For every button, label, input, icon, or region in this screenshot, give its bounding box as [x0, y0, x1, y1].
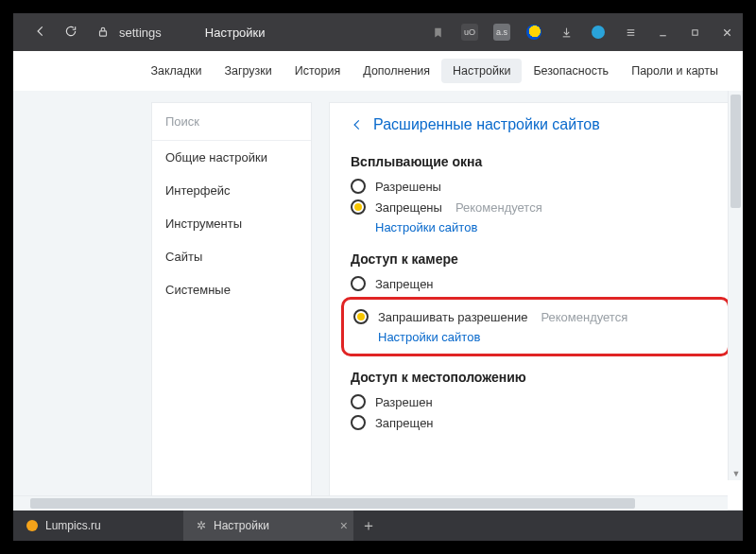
reload-button[interactable]	[64, 25, 77, 41]
radio-icon	[351, 276, 366, 291]
ext-gray-icon[interactable]: a.s	[486, 13, 518, 51]
tab-passwords[interactable]: Пароли и карты	[620, 59, 730, 83]
ext-ublock-icon[interactable]: uO	[454, 13, 486, 51]
search-input[interactable]: Поиск	[152, 103, 311, 141]
location-title: Доступ к местоположению	[351, 370, 721, 385]
recommended-label: Рекомендуется	[541, 310, 627, 324]
sidebar-item-tools[interactable]: Инструменты	[152, 207, 311, 240]
camera-ask[interactable]: Запрашивать разрешение Рекомендуется	[353, 309, 718, 324]
scroll-down-icon[interactable]: ▼	[729, 467, 743, 480]
browser-tab-strip: Lumpics.ru ✲ Настройки × ＋	[13, 511, 743, 541]
ext-blue-icon[interactable]	[582, 13, 614, 51]
popups-deny-label: Запрещены	[375, 200, 442, 215]
svg-rect-0	[100, 31, 107, 36]
page-title: Настройки	[205, 26, 266, 40]
tab-label: Настройки	[214, 519, 269, 532]
main-panel: Расширенные настройки сайтов Всплывающие…	[329, 102, 743, 511]
popups-site-settings-link[interactable]: Настройки сайтов	[375, 220, 721, 234]
camera-title: Доступ к камере	[351, 251, 721, 267]
camera-deny-label: Запрещен	[375, 277, 434, 291]
radio-selected-icon	[351, 199, 366, 215]
radio-selected-icon	[353, 309, 369, 324]
downloads-icon[interactable]	[550, 13, 582, 51]
popups-allow-label: Разрешены	[375, 180, 441, 194]
radio-icon	[351, 415, 366, 430]
camera-site-settings-link[interactable]: Настройки сайтов	[378, 330, 718, 344]
camera-deny[interactable]: Запрещен	[351, 276, 721, 291]
highlight-box: Запрашивать разрешение Рекомендуется Нас…	[341, 297, 730, 356]
horizontal-scrollbar[interactable]	[13, 495, 728, 511]
recommended-label: Рекомендуется	[455, 200, 542, 215]
tab-bookmarks[interactable]: Закладки	[139, 59, 213, 83]
tab-settings[interactable]: Настройки	[441, 59, 522, 83]
tab-addons[interactable]: Дополнения	[352, 59, 441, 83]
bookmark-icon[interactable]	[421, 13, 454, 51]
vertical-scrollbar[interactable]: ▼	[728, 91, 743, 480]
address-bar[interactable]: settings	[96, 26, 162, 40]
gear-icon: ✲	[197, 519, 206, 532]
settings-sidebar: Поиск Общие настройки Интерфейс Инструме…	[151, 102, 312, 511]
browser-tab-lumpics[interactable]: Lumpics.ru	[13, 511, 183, 541]
ext-yellow-icon[interactable]	[518, 13, 550, 51]
popups-deny[interactable]: Запрещены Рекомендуется	[351, 199, 721, 215]
radio-icon	[351, 394, 366, 409]
favicon-icon	[26, 520, 38, 531]
location-allow-label: Разрешен	[375, 395, 433, 409]
popups-allow[interactable]: Разрешены	[351, 179, 721, 194]
location-deny[interactable]: Запрещен	[351, 415, 721, 430]
popups-title: Всплывающие окна	[351, 154, 721, 169]
tab-label: Lumpics.ru	[45, 519, 101, 532]
breadcrumb-title: Расширенные настройки сайтов	[373, 116, 600, 133]
tab-close-icon[interactable]: ×	[340, 518, 348, 533]
maximize-button[interactable]	[679, 13, 711, 51]
settings-tabs: Закладки Загрузки История Дополнения Нас…	[13, 51, 743, 91]
location-allow[interactable]: Разрешен	[351, 394, 721, 409]
new-tab-button[interactable]: ＋	[353, 511, 384, 541]
tab-downloads[interactable]: Загрузки	[213, 59, 283, 83]
scrollbar-thumb[interactable]	[730, 95, 741, 208]
sidebar-item-interface[interactable]: Интерфейс	[152, 174, 311, 207]
sidebar-item-system[interactable]: Системные	[152, 273, 311, 306]
radio-icon	[351, 179, 366, 194]
breadcrumb-back[interactable]: Расширенные настройки сайтов	[351, 116, 721, 133]
sidebar-item-sites[interactable]: Сайты	[152, 240, 311, 273]
title-bar: settings Настройки uO a.s	[13, 13, 743, 51]
svg-rect-1	[692, 29, 696, 34]
tab-history[interactable]: История	[284, 59, 352, 83]
browser-tab-settings[interactable]: ✲ Настройки ×	[183, 511, 353, 541]
address-text: settings	[119, 26, 162, 40]
close-button[interactable]	[711, 13, 743, 51]
chevron-left-icon	[351, 118, 364, 131]
sidebar-item-general[interactable]: Общие настройки	[152, 141, 311, 174]
menu-icon[interactable]	[614, 13, 646, 51]
back-button[interactable]	[34, 25, 47, 41]
camera-ask-label: Запрашивать разрешение	[378, 310, 527, 324]
scrollbar-thumb[interactable]	[30, 498, 635, 509]
tab-security[interactable]: Безопасность	[522, 59, 620, 83]
location-deny-label: Запрещен	[375, 416, 434, 430]
minimize-button[interactable]	[646, 13, 679, 51]
